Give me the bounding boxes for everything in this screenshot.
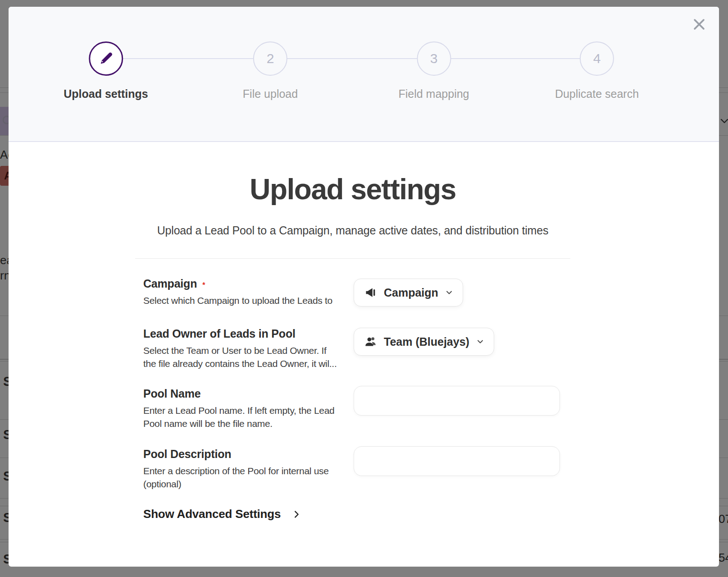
chevron-down-icon (476, 337, 485, 346)
close-icon (692, 17, 707, 32)
field-campaign: Campaign* Select which Campaign to uploa… (143, 277, 332, 307)
lead-owner-dropdown-button[interactable]: Team (Bluejays) (354, 328, 494, 356)
step-number: 4 (593, 51, 601, 66)
modal-content: Upload settings Upload a Lead Pool to a … (135, 7, 570, 567)
field-label: Pool Description (143, 448, 231, 460)
field-description: Enter a description of the Pool for inte… (143, 464, 329, 490)
dropdown-value: Campaign (384, 286, 438, 299)
pool-name-input[interactable] (354, 386, 560, 416)
pencil-icon (98, 50, 114, 67)
field-label: Lead Owner of Leads in Pool (143, 327, 296, 340)
field-label: Campaign (143, 277, 197, 290)
close-button[interactable] (690, 16, 708, 34)
field-description: Select the Team or User to be Lead Owner… (143, 344, 337, 370)
field-pool-description: Pool Description Enter a description of … (143, 448, 329, 490)
chevron-right-icon (291, 509, 301, 519)
field-description: Select which Campaign to upload the Lead… (143, 294, 332, 307)
chevron-down-icon (445, 288, 454, 297)
step-circle (89, 41, 123, 76)
show-advanced-settings-link[interactable]: Show Advanced Settings (143, 507, 301, 521)
page: Ac A ea rn S S S S S 07 54 (0, 0, 728, 577)
upload-wizard-modal: Upload settings 2 File upload 3 Field ma… (9, 7, 719, 567)
field-description: Enter a Lead Pool name. If left empty, t… (143, 404, 334, 430)
field-label: Pool Name (143, 387, 200, 400)
advanced-label: Show Advanced Settings (143, 507, 281, 521)
field-lead-owner: Lead Owner of Leads in Pool Select the T… (143, 327, 337, 370)
field-pool-name: Pool Name Enter a Lead Pool name. If lef… (143, 387, 334, 430)
pool-description-input[interactable] (354, 446, 560, 476)
campaign-dropdown-button[interactable]: Campaign (354, 279, 463, 307)
step-circle: 4 (580, 41, 614, 76)
page-subtitle: Upload a Lead Pool to a Campaign, manage… (135, 224, 570, 237)
divider (135, 258, 570, 259)
team-icon (364, 335, 378, 348)
page-title: Upload settings (135, 173, 570, 206)
megaphone-icon (364, 286, 378, 299)
required-asterisk: * (202, 281, 205, 289)
dropdown-value: Team (Bluejays) (384, 335, 469, 348)
